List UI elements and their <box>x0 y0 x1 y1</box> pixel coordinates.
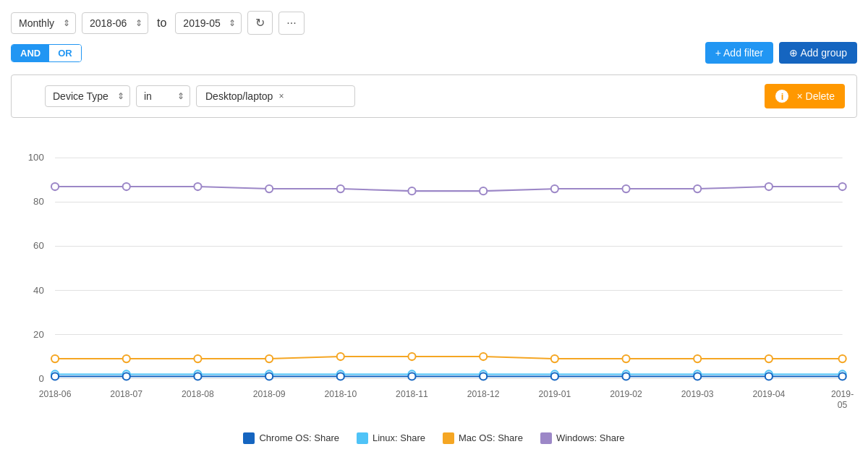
more-icon: ··· <box>286 17 296 30</box>
from-date-select[interactable]: 2018-06 <box>82 12 148 34</box>
windows-dot <box>51 183 59 190</box>
macos-dot <box>265 355 273 362</box>
chromeos-dot <box>622 372 629 380</box>
svg-text:2019-01: 2019-01 <box>538 389 571 399</box>
period-select-wrapper: Monthly Weekly Daily ⇕ <box>11 12 76 34</box>
svg-text:80: 80 <box>33 196 44 207</box>
svg-text:2018-10: 2018-10 <box>324 389 357 399</box>
delete-label: × Delete <box>796 90 835 102</box>
chromeos-dot <box>123 372 130 380</box>
macos-dot <box>480 353 487 360</box>
windows-dot <box>265 185 273 192</box>
filter-actions: + Add filter ⊕ Add group <box>705 42 857 64</box>
macos-dot <box>194 355 201 362</box>
svg-text:2018-09: 2018-09 <box>253 389 286 399</box>
chromeos-dot <box>337 372 344 380</box>
chromeos-dot <box>408 372 415 380</box>
filter-tag: Desktop/laptop × <box>205 90 284 102</box>
refresh-icon: ↻ <box>255 16 265 30</box>
macos-dot <box>408 353 415 360</box>
legend-item-linux: Linux: Share <box>357 432 425 444</box>
legend-item-macos: Mac OS: Share <box>443 432 523 444</box>
to-date-select[interactable]: 2019-05 <box>175 12 242 34</box>
to-label: to <box>154 17 169 30</box>
refresh-button[interactable]: ↻ <box>247 11 273 35</box>
add-group-button[interactable]: ⊕ Add group <box>779 42 857 64</box>
windows-dot <box>839 183 846 190</box>
legend-item-windows: Windows: Share <box>540 432 625 444</box>
chart-container: 100 80 60 40 20 0 <box>11 129 857 425</box>
period-select[interactable]: Monthly Weekly Daily <box>11 12 76 34</box>
filter-tag-remove[interactable]: × <box>278 91 284 101</box>
to-date-wrapper: 2019-05 ⇕ <box>175 12 242 34</box>
windows-dot <box>694 185 701 192</box>
chromeos-dot <box>765 372 773 380</box>
more-button[interactable]: ··· <box>278 12 304 35</box>
svg-text:2018-06: 2018-06 <box>39 389 72 399</box>
svg-text:100: 100 <box>28 152 44 163</box>
windows-dot <box>408 187 415 195</box>
chromeos-dot <box>551 372 558 380</box>
chromeos-dot <box>265 372 273 380</box>
svg-text:20: 20 <box>33 329 44 340</box>
svg-text:0: 0 <box>38 373 43 384</box>
filter-condition-row: Device Type ⇕ in not in ⇕ Desktop/laptop… <box>23 84 845 108</box>
windows-dot <box>551 185 558 192</box>
from-date-wrapper: 2018-06 ⇕ <box>82 12 148 34</box>
macos-dot <box>765 355 773 362</box>
linux-legend-label: Linux: Share <box>373 432 425 443</box>
windows-swatch <box>540 432 552 444</box>
add-filter-button[interactable]: + Add filter <box>705 42 774 64</box>
or-button[interactable]: OR <box>49 45 81 61</box>
windows-dot <box>765 183 773 190</box>
windows-dot <box>123 183 130 190</box>
legend-item-chromeos: Chrome OS: Share <box>243 432 339 444</box>
filter-tag-value: Desktop/laptop <box>205 90 273 102</box>
svg-text:2018-08: 2018-08 <box>182 389 214 399</box>
macos-dot <box>123 355 130 362</box>
svg-text:40: 40 <box>33 285 44 296</box>
macos-swatch <box>443 432 454 444</box>
svg-text:2019-02: 2019-02 <box>610 389 642 399</box>
filter-bar: AND OR + Add filter ⊕ Add group <box>11 42 857 64</box>
svg-text:2018-12: 2018-12 <box>467 389 500 399</box>
chromeos-dot <box>839 372 846 380</box>
svg-text:2019-03: 2019-03 <box>681 389 714 399</box>
macos-dot <box>51 355 59 362</box>
windows-legend-label: Windows: Share <box>556 432 625 443</box>
svg-text:2018-11: 2018-11 <box>396 389 428 399</box>
windows-dot <box>480 187 487 195</box>
windows-dot <box>622 185 629 192</box>
chromeos-dot <box>694 372 701 380</box>
filter-field-select[interactable]: Device Type <box>45 85 130 107</box>
svg-text:60: 60 <box>33 240 44 251</box>
svg-text:05: 05 <box>838 400 848 410</box>
macos-dot <box>839 355 846 362</box>
linux-swatch <box>357 432 368 444</box>
filter-condition-box: Device Type ⇕ in not in ⇕ Desktop/laptop… <box>11 74 857 118</box>
macos-dot <box>622 355 629 362</box>
and-or-toggle: AND OR <box>11 44 82 62</box>
chromeos-dot <box>51 372 59 380</box>
info-icon: i <box>775 89 789 103</box>
chromeos-dot <box>194 372 201 380</box>
svg-text:2018-07: 2018-07 <box>110 389 142 399</box>
windows-line <box>55 187 843 191</box>
filter-operator-select[interactable]: in not in <box>136 85 190 107</box>
chart-svg: 100 80 60 40 20 0 <box>11 143 857 423</box>
svg-text:2019-04: 2019-04 <box>753 389 786 399</box>
and-button[interactable]: AND <box>12 45 49 61</box>
macos-dot <box>337 353 344 360</box>
delete-button[interactable]: i × Delete <box>765 84 845 108</box>
chromeos-dot <box>480 372 487 380</box>
chromeos-legend-label: Chrome OS: Share <box>259 432 339 443</box>
macos-line <box>55 357 843 359</box>
chart-legend: Chrome OS: Share Linux: Share Mac OS: Sh… <box>11 432 857 444</box>
macos-legend-label: Mac OS: Share <box>459 432 523 443</box>
filter-value-input[interactable]: Desktop/laptop × <box>196 85 355 107</box>
macos-dot <box>551 355 558 362</box>
macos-dot <box>694 355 701 362</box>
toolbar: Monthly Weekly Daily ⇕ 2018-06 ⇕ to 2019… <box>11 11 857 35</box>
filter-field-wrapper: Device Type ⇕ <box>45 85 130 107</box>
windows-dot <box>337 185 344 192</box>
